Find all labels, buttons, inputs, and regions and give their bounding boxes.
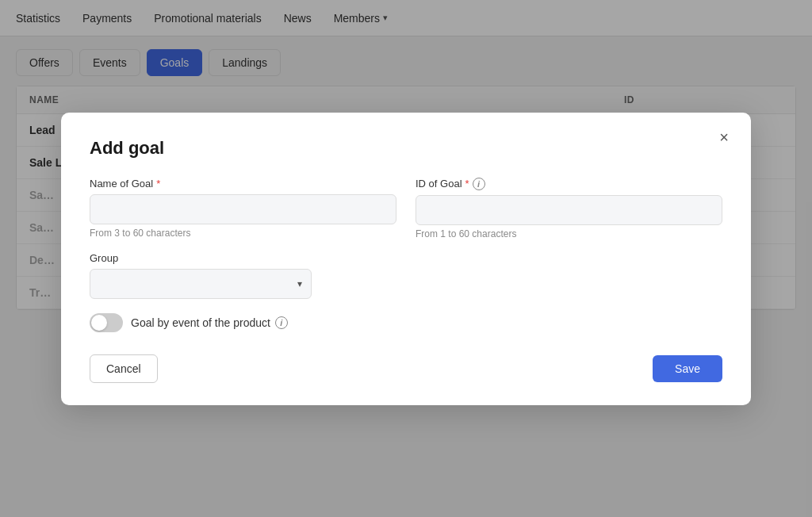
toggle-info-icon[interactable]: i	[275, 316, 288, 329]
form-group-group: Group ▾	[90, 252, 312, 299]
name-of-goal-label: Name of Goal *	[90, 178, 396, 190]
group-label: Group	[90, 252, 312, 264]
id-required-star: *	[465, 178, 469, 190]
add-goal-modal: × Add goal Name of Goal * From 3 to 60 c…	[61, 113, 751, 405]
goal-event-toggle-row: Goal by event of the product i	[90, 313, 722, 332]
name-of-goal-label-text: Name of Goal	[90, 178, 153, 190]
save-button[interactable]: Save	[653, 355, 722, 382]
id-of-goal-hint: From 1 to 60 characters	[416, 228, 722, 239]
group-label-text: Group	[90, 252, 118, 264]
id-of-goal-label: ID of Goal * i	[416, 178, 722, 190]
name-of-goal-input[interactable]	[90, 194, 396, 224]
name-of-goal-hint: From 3 to 60 characters	[90, 228, 396, 239]
goal-event-label: Goal by event of the product i	[131, 316, 288, 329]
modal-footer: Cancel Save	[90, 354, 722, 383]
modal-close-button[interactable]: ×	[713, 127, 735, 149]
group-select[interactable]	[90, 269, 312, 299]
goal-event-label-text: Goal by event of the product	[131, 316, 270, 329]
form-row-name-id: Name of Goal * From 3 to 60 characters I…	[90, 178, 722, 239]
group-select-wrapper: ▾	[90, 269, 312, 299]
form-group-id: ID of Goal * i From 1 to 60 characters	[416, 178, 722, 239]
id-info-icon[interactable]: i	[473, 178, 485, 190]
toggle-knob	[91, 315, 107, 331]
form-group-name: Name of Goal * From 3 to 60 characters	[90, 178, 396, 239]
name-required-star: *	[156, 178, 160, 190]
cancel-button[interactable]: Cancel	[90, 354, 158, 383]
goal-event-toggle[interactable]	[90, 313, 123, 332]
id-of-goal-label-text: ID of Goal	[416, 178, 462, 190]
modal-overlay: × Add goal Name of Goal * From 3 to 60 c…	[0, 0, 812, 517]
id-of-goal-input[interactable]	[416, 195, 722, 225]
modal-title: Add goal	[90, 138, 722, 159]
